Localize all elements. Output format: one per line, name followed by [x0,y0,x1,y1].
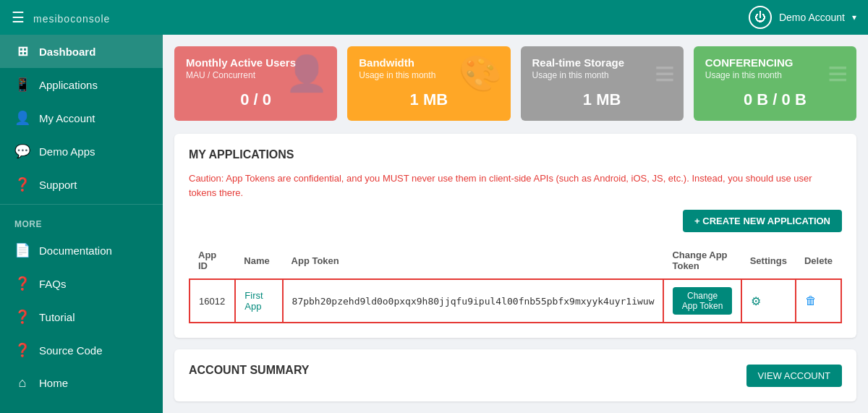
mau-bg-icon: 👤 [285,54,328,94]
sidebar-label-faqs: FAQs [39,278,67,290]
account-dropdown-icon[interactable]: ▾ [852,12,856,22]
cell-delete[interactable]: 🗑 [796,279,841,323]
sidebar-label-documentation: Documentation [39,244,112,257]
view-account-button[interactable]: VIEW ACCOUNT [746,365,842,387]
my-applications-section: MY APPLICATIONS Caution: App Tokens are … [174,134,856,338]
cell-change-token[interactable]: Change App Token [663,279,741,323]
col-settings: Settings [741,242,796,279]
account-name[interactable]: Demo Account [779,12,845,23]
sidebar-label-my-account: My Account [39,112,95,124]
account-summary-section: ACCOUNT SUMMARY VIEW ACCOUNT [174,349,856,401]
cell-settings[interactable]: ⚙ [741,279,796,323]
applications-section-title: MY APPLICATIONS [189,148,842,161]
main-content: Monthly Active Users MAU / Concurrent 👤 … [163,35,868,413]
logo: mesiboconsole [33,8,110,27]
col-change-token: Change App Token [663,242,741,279]
sidebar-item-demo-apps[interactable]: 💬 Demo Apps [0,135,163,168]
stat-card-bandwidth: Bandwidth Usage in this month 🎨 1 MB [347,46,510,121]
support-icon: ❓ [14,176,30,192]
demo-apps-icon: 💬 [14,143,30,159]
sidebar-item-dashboard[interactable]: ⊞ Dashboard [0,35,163,68]
sidebar-label-support: Support [39,179,77,191]
col-app-id: App ID [190,242,235,279]
cell-token: 87pbh20pzehd9ld0o0pxqx9h80jjqfu9ipul4l00… [283,279,664,323]
conferencing-value: 0 B / 0 B [705,90,845,109]
sidebar-label-dashboard: Dashboard [39,46,95,58]
storage-bg-icon: ≡ [655,54,675,93]
dashboard-icon: ⊞ [14,43,30,59]
sidebar-label-tutorial: Tutorial [39,311,75,323]
applications-icon: 📱 [14,77,30,93]
conferencing-title: CONFERENCING [705,56,845,69]
account-summary-title: ACCOUNT SUMMARY [189,364,310,377]
stat-card-storage: Real-time Storage Usage in this month ≡ … [521,46,684,121]
sidebar-item-home[interactable]: ⌂ Home [0,367,163,399]
sidebar-label-demo-apps: Demo Apps [39,145,95,158]
storage-subtitle: Usage in this month [532,70,672,80]
delete-icon[interactable]: 🗑 [805,294,817,307]
stat-card-mau: Monthly Active Users MAU / Concurrent 👤 … [174,46,337,121]
applications-table: App ID Name App Token Change App Token S… [189,242,842,323]
stat-cards: Monthly Active Users MAU / Concurrent 👤 … [174,46,856,121]
cell-app-id: 16012 [190,279,235,323]
sidebar-item-faqs[interactable]: ❓ FAQs [0,267,163,300]
cell-name[interactable]: First App [235,279,282,323]
create-new-application-button[interactable]: + CREATE NEW APPLICATION [683,210,842,232]
faqs-icon: ❓ [14,276,30,291]
sidebar-item-source-code[interactable]: ❓ Source Code [0,333,163,367]
table-row: 16012 First App 87pbh20pzehd9ld0o0pxqx9h… [190,279,841,323]
storage-title: Real-time Storage [532,56,672,69]
sidebar-item-my-account[interactable]: 👤 My Account [0,101,163,135]
source-code-icon: ❓ [14,342,30,358]
col-delete: Delete [796,242,841,279]
power-button[interactable]: ⏻ [749,6,772,29]
conferencing-bg-icon: ≡ [827,54,848,93]
home-icon: ⌂ [14,375,30,391]
my-account-icon: 👤 [14,110,30,126]
sidebar-item-tutorial[interactable]: ❓ Tutorial [0,300,163,333]
storage-value: 1 MB [532,90,672,109]
hamburger-icon[interactable]: ☰ [12,9,25,26]
settings-icon[interactable]: ⚙ [751,295,761,307]
caution-text: Caution: App Tokens are confidential, an… [189,171,842,200]
more-section-label: MORE [0,208,163,234]
sidebar-item-applications[interactable]: 📱 Applications [0,68,163,101]
sidebar-label-source-code: Source Code [39,344,103,357]
sidebar-item-documentation[interactable]: 📄 Documentation [0,234,163,267]
sidebar-label-applications: Applications [39,79,98,91]
conferencing-subtitle: Usage in this month [705,70,845,80]
stat-card-conferencing: CONFERENCING Usage in this month ≡ 0 B /… [694,46,856,121]
tutorial-icon: ❓ [14,309,30,325]
col-name: Name [235,242,282,279]
sidebar-label-home: Home [39,377,68,389]
col-app-token: App Token [283,242,664,279]
sidebar-item-support[interactable]: ❓ Support [0,168,163,201]
bandwidth-bg-icon: 🎨 [459,54,502,94]
sidebar: ⊞ Dashboard 📱 Applications 👤 My Account … [0,35,163,413]
change-app-token-button[interactable]: Change App Token [673,287,731,315]
topnav: ☰ mesiboconsole ⏻ Demo Account ▾ [0,0,868,35]
app-link: First App [244,290,263,312]
documentation-icon: 📄 [14,242,30,258]
